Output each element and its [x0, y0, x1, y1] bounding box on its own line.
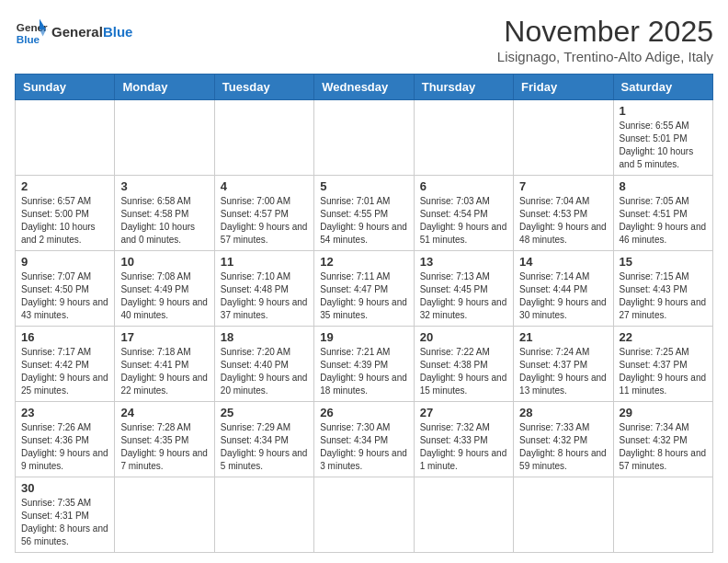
title-block: November 2025 Lisignago, Trentino-Alto A… [497, 15, 713, 64]
day-info: Sunrise: 6:55 AM Sunset: 5:01 PM Dayligh… [620, 120, 707, 171]
day-info: Sunrise: 7:18 AM Sunset: 4:41 PM Dayligh… [120, 346, 208, 397]
calendar-cell [613, 477, 712, 553]
day-number: 6 [420, 179, 507, 193]
day-number: 17 [120, 330, 208, 344]
calendar-cell [414, 477, 513, 553]
calendar-cell: 15Sunrise: 7:15 AM Sunset: 4:43 PM Dayli… [613, 251, 712, 327]
calendar-cell: 2Sunrise: 6:57 AM Sunset: 5:00 PM Daylig… [16, 176, 115, 251]
calendar-cell: 4Sunrise: 7:00 AM Sunset: 4:57 PM Daylig… [214, 176, 313, 251]
calendar-cell: 7Sunrise: 7:04 AM Sunset: 4:53 PM Daylig… [514, 176, 613, 251]
calendar-cell [414, 100, 513, 176]
weekday-header-sunday: Sunday [16, 75, 115, 100]
calendar-cell: 29Sunrise: 7:34 AM Sunset: 4:32 PM Dayli… [613, 402, 712, 477]
day-info: Sunrise: 6:57 AM Sunset: 5:00 PM Dayligh… [21, 195, 108, 247]
day-info: Sunrise: 7:07 AM Sunset: 4:50 PM Dayligh… [21, 270, 108, 322]
weekday-header-monday: Monday [115, 75, 214, 100]
day-number: 3 [120, 179, 208, 193]
week-row-2: 2Sunrise: 6:57 AM Sunset: 5:00 PM Daylig… [16, 176, 713, 251]
calendar-cell [16, 100, 115, 176]
calendar-cell: 30Sunrise: 7:35 AM Sunset: 4:31 PM Dayli… [16, 477, 115, 553]
calendar-cell: 1Sunrise: 6:55 AM Sunset: 5:01 PM Daylig… [613, 100, 712, 176]
calendar-cell: 6Sunrise: 7:03 AM Sunset: 4:54 PM Daylig… [414, 176, 513, 251]
day-number: 19 [320, 330, 407, 344]
day-info: Sunrise: 7:01 AM Sunset: 4:55 PM Dayligh… [320, 195, 407, 247]
day-number: 7 [519, 179, 607, 193]
day-number: 27 [420, 406, 507, 419]
day-info: Sunrise: 7:22 AM Sunset: 4:38 PM Dayligh… [420, 346, 507, 397]
calendar-cell [314, 100, 414, 176]
calendar-cell: 24Sunrise: 7:28 AM Sunset: 4:35 PM Dayli… [115, 402, 214, 477]
day-info: Sunrise: 7:11 AM Sunset: 4:47 PM Dayligh… [320, 270, 407, 322]
day-info: Sunrise: 7:32 AM Sunset: 4:33 PM Dayligh… [420, 421, 507, 473]
calendar-cell: 8Sunrise: 7:05 AM Sunset: 4:51 PM Daylig… [613, 176, 712, 251]
calendar-cell: 27Sunrise: 7:32 AM Sunset: 4:33 PM Dayli… [414, 402, 513, 477]
day-number: 26 [320, 406, 407, 419]
day-number: 15 [620, 255, 707, 269]
day-info: Sunrise: 7:13 AM Sunset: 4:45 PM Dayligh… [420, 270, 507, 322]
calendar-cell: 11Sunrise: 7:10 AM Sunset: 4:48 PM Dayli… [214, 251, 313, 327]
logo: General Blue GeneralBlue [15, 15, 132, 48]
calendar-cell: 9Sunrise: 7:07 AM Sunset: 4:50 PM Daylig… [16, 251, 115, 327]
day-info: Sunrise: 6:58 AM Sunset: 4:58 PM Dayligh… [120, 195, 208, 247]
calendar-cell: 12Sunrise: 7:11 AM Sunset: 4:47 PM Dayli… [314, 251, 414, 327]
logo-icon: General Blue [15, 15, 48, 48]
calendar-cell: 20Sunrise: 7:22 AM Sunset: 4:38 PM Dayli… [414, 327, 513, 402]
calendar-cell [115, 477, 214, 553]
day-info: Sunrise: 7:33 AM Sunset: 4:32 PM Dayligh… [519, 421, 607, 473]
day-info: Sunrise: 7:34 AM Sunset: 4:32 PM Dayligh… [620, 421, 707, 473]
day-info: Sunrise: 7:29 AM Sunset: 4:34 PM Dayligh… [221, 421, 308, 473]
day-info: Sunrise: 7:08 AM Sunset: 4:49 PM Dayligh… [120, 270, 208, 322]
day-info: Sunrise: 7:26 AM Sunset: 4:36 PM Dayligh… [21, 421, 108, 473]
day-number: 25 [221, 406, 308, 419]
weekday-header-wednesday: Wednesday [314, 75, 414, 100]
calendar-cell [514, 100, 613, 176]
day-info: Sunrise: 7:15 AM Sunset: 4:43 PM Dayligh… [620, 270, 707, 322]
calendar-cell: 13Sunrise: 7:13 AM Sunset: 4:45 PM Dayli… [414, 251, 513, 327]
calendar-cell: 23Sunrise: 7:26 AM Sunset: 4:36 PM Dayli… [16, 402, 115, 477]
day-info: Sunrise: 7:20 AM Sunset: 4:40 PM Dayligh… [221, 346, 308, 397]
calendar-cell [514, 477, 613, 553]
calendar-cell: 10Sunrise: 7:08 AM Sunset: 4:49 PM Dayli… [115, 251, 214, 327]
day-number: 30 [21, 481, 108, 495]
calendar-cell [314, 477, 414, 553]
day-info: Sunrise: 7:05 AM Sunset: 4:51 PM Dayligh… [620, 195, 707, 247]
day-number: 16 [21, 330, 108, 344]
calendar-table: SundayMondayTuesdayWednesdayThursdayFrid… [15, 74, 713, 553]
day-number: 8 [620, 179, 707, 193]
day-number: 11 [221, 255, 308, 269]
day-info: Sunrise: 7:30 AM Sunset: 4:34 PM Dayligh… [320, 421, 407, 473]
day-number: 23 [21, 406, 108, 419]
week-row-3: 9Sunrise: 7:07 AM Sunset: 4:50 PM Daylig… [16, 251, 713, 327]
svg-text:Blue: Blue [17, 33, 40, 45]
day-info: Sunrise: 7:00 AM Sunset: 4:57 PM Dayligh… [221, 195, 308, 247]
day-number: 22 [620, 330, 707, 344]
day-info: Sunrise: 7:17 AM Sunset: 4:42 PM Dayligh… [21, 346, 108, 397]
day-info: Sunrise: 7:14 AM Sunset: 4:44 PM Dayligh… [519, 270, 607, 322]
calendar-cell: 16Sunrise: 7:17 AM Sunset: 4:42 PM Dayli… [16, 327, 115, 402]
month-title: November 2025 [497, 15, 713, 49]
day-number: 21 [519, 330, 607, 344]
day-info: Sunrise: 7:28 AM Sunset: 4:35 PM Dayligh… [120, 421, 208, 473]
calendar-cell: 18Sunrise: 7:20 AM Sunset: 4:40 PM Dayli… [214, 327, 313, 402]
calendar-cell [214, 477, 313, 553]
day-number: 13 [420, 255, 507, 269]
weekday-header-row: SundayMondayTuesdayWednesdayThursdayFrid… [16, 75, 713, 100]
day-info: Sunrise: 7:25 AM Sunset: 4:37 PM Dayligh… [620, 346, 707, 397]
day-info: Sunrise: 7:21 AM Sunset: 4:39 PM Dayligh… [320, 346, 407, 397]
day-number: 29 [620, 406, 707, 419]
weekday-header-thursday: Thursday [414, 75, 513, 100]
week-row-6: 30Sunrise: 7:35 AM Sunset: 4:31 PM Dayli… [16, 477, 713, 553]
calendar-cell: 19Sunrise: 7:21 AM Sunset: 4:39 PM Dayli… [314, 327, 414, 402]
header: General Blue GeneralBlue November 2025 L… [15, 15, 713, 64]
day-number: 28 [519, 406, 607, 419]
week-row-1: 1Sunrise: 6:55 AM Sunset: 5:01 PM Daylig… [16, 100, 713, 176]
location-title: Lisignago, Trentino-Alto Adige, Italy [497, 49, 713, 64]
calendar-cell: 28Sunrise: 7:33 AM Sunset: 4:32 PM Dayli… [514, 402, 613, 477]
day-number: 9 [21, 255, 108, 269]
day-number: 14 [519, 255, 607, 269]
calendar-cell: 3Sunrise: 6:58 AM Sunset: 4:58 PM Daylig… [115, 176, 214, 251]
calendar-cell: 21Sunrise: 7:24 AM Sunset: 4:37 PM Dayli… [514, 327, 613, 402]
day-info: Sunrise: 7:35 AM Sunset: 4:31 PM Dayligh… [21, 497, 108, 548]
calendar-cell: 25Sunrise: 7:29 AM Sunset: 4:34 PM Dayli… [214, 402, 313, 477]
week-row-5: 23Sunrise: 7:26 AM Sunset: 4:36 PM Dayli… [16, 402, 713, 477]
